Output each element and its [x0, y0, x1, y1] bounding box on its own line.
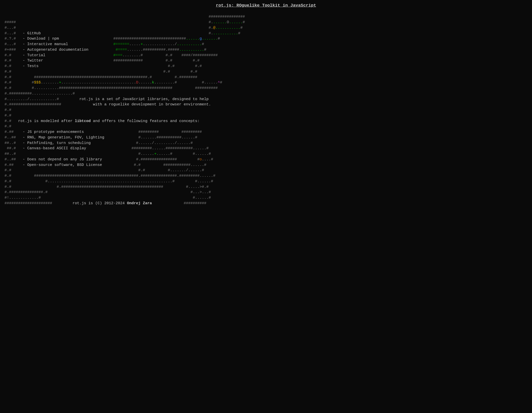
main-content: rot.js: ROguelike Toolkit in JavaScript …	[5, 3, 527, 206]
page-title[interactable]: rot.js: ROguelike Toolkit in JavaScript	[5, 3, 527, 9]
